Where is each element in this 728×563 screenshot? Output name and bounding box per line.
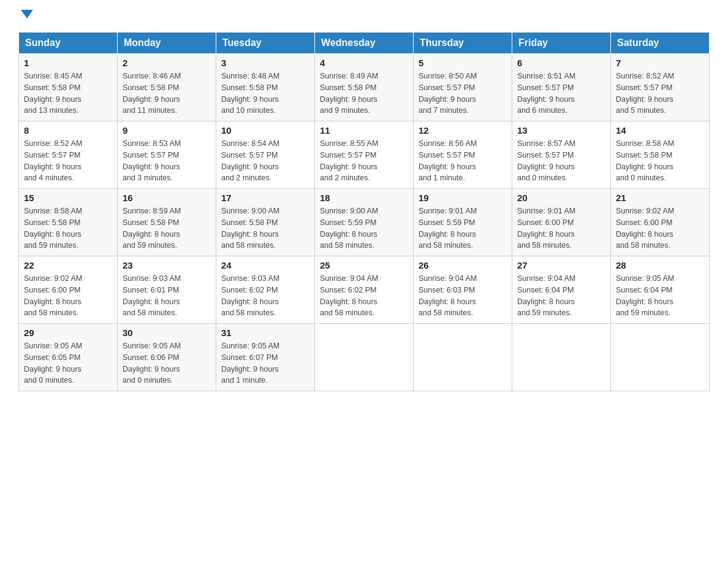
day-info: Sunrise: 8:56 AM Sunset: 5:57 PM Dayligh… [419, 138, 507, 184]
day-number: 2 [123, 58, 211, 68]
day-number: 29 [24, 327, 112, 338]
logo-icon [18, 12, 33, 21]
logo-triangle-icon [21, 10, 33, 18]
day-number: 18 [320, 193, 408, 203]
day-info: Sunrise: 8:59 AM Sunset: 5:58 PM Dayligh… [123, 205, 211, 251]
calendar-day-cell: 30 Sunrise: 9:05 AM Sunset: 6:06 PM Dayl… [118, 324, 216, 391]
day-number: 13 [517, 125, 605, 136]
day-number: 14 [616, 125, 704, 136]
day-info: Sunrise: 9:03 AM Sunset: 6:02 PM Dayligh… [221, 273, 309, 319]
day-number: 24 [221, 260, 309, 270]
calendar-day-cell: 3 Sunrise: 8:48 AM Sunset: 5:58 PM Dayli… [216, 54, 315, 121]
day-number: 11 [320, 125, 408, 136]
calendar-day-cell: 17 Sunrise: 9:00 AM Sunset: 5:58 PM Dayl… [216, 189, 315, 256]
day-info: Sunrise: 9:02 AM Sunset: 6:00 PM Dayligh… [616, 205, 704, 251]
logo [18, 12, 33, 21]
day-number: 20 [517, 193, 605, 203]
day-info: Sunrise: 8:54 AM Sunset: 5:57 PM Dayligh… [221, 138, 309, 184]
calendar-week-row: 29 Sunrise: 9:05 AM Sunset: 6:05 PM Dayl… [19, 324, 710, 391]
day-number: 3 [221, 58, 309, 68]
day-number: 23 [123, 260, 211, 270]
day-number: 16 [123, 193, 211, 203]
calendar-day-cell: 26 Sunrise: 9:04 AM Sunset: 6:03 PM Dayl… [414, 256, 512, 324]
calendar-day-cell: 23 Sunrise: 9:03 AM Sunset: 6:01 PM Dayl… [118, 256, 216, 324]
day-info: Sunrise: 9:03 AM Sunset: 6:01 PM Dayligh… [123, 273, 211, 319]
calendar-day-cell: 28 Sunrise: 9:05 AM Sunset: 6:04 PM Dayl… [611, 256, 710, 324]
day-info: Sunrise: 9:02 AM Sunset: 6:00 PM Dayligh… [24, 273, 112, 319]
calendar-day-cell: 2 Sunrise: 8:46 AM Sunset: 5:58 PM Dayli… [118, 54, 216, 121]
day-number: 25 [320, 260, 408, 270]
day-info: Sunrise: 9:01 AM Sunset: 6:00 PM Dayligh… [517, 205, 605, 251]
day-info: Sunrise: 8:55 AM Sunset: 5:57 PM Dayligh… [320, 138, 408, 184]
day-info: Sunrise: 8:49 AM Sunset: 5:58 PM Dayligh… [320, 71, 408, 117]
page-header [18, 12, 710, 21]
calendar-day-cell: 20 Sunrise: 9:01 AM Sunset: 6:00 PM Dayl… [512, 189, 611, 256]
calendar-day-cell: 6 Sunrise: 8:51 AM Sunset: 5:57 PM Dayli… [512, 54, 611, 121]
day-number: 21 [616, 193, 704, 203]
day-number: 6 [517, 58, 605, 68]
calendar-day-cell: 14 Sunrise: 8:58 AM Sunset: 5:58 PM Dayl… [611, 121, 710, 189]
calendar-day-cell: 29 Sunrise: 9:05 AM Sunset: 6:05 PM Dayl… [19, 324, 118, 391]
day-info: Sunrise: 9:05 AM Sunset: 6:06 PM Dayligh… [123, 340, 211, 386]
day-number: 7 [616, 58, 704, 68]
day-number: 5 [419, 58, 507, 68]
day-info: Sunrise: 8:52 AM Sunset: 5:57 PM Dayligh… [616, 71, 704, 117]
calendar-table: Sunday Monday Tuesday Wednesday Thursday… [18, 32, 710, 391]
day-number: 19 [419, 193, 507, 203]
calendar-day-cell: 7 Sunrise: 8:52 AM Sunset: 5:57 PM Dayli… [611, 54, 710, 121]
calendar-day-cell: 15 Sunrise: 8:58 AM Sunset: 5:58 PM Dayl… [19, 189, 118, 256]
calendar-week-row: 15 Sunrise: 8:58 AM Sunset: 5:58 PM Dayl… [19, 189, 710, 256]
calendar-day-cell: 27 Sunrise: 9:04 AM Sunset: 6:04 PM Dayl… [512, 256, 611, 324]
calendar-day-cell: 1 Sunrise: 8:45 AM Sunset: 5:58 PM Dayli… [19, 54, 118, 121]
calendar-day-cell: 4 Sunrise: 8:49 AM Sunset: 5:58 PM Dayli… [315, 54, 414, 121]
calendar-day-cell: 8 Sunrise: 8:52 AM Sunset: 5:57 PM Dayli… [19, 121, 118, 189]
calendar-day-cell: 11 Sunrise: 8:55 AM Sunset: 5:57 PM Dayl… [315, 121, 414, 189]
day-number: 1 [24, 58, 112, 68]
day-number: 8 [24, 125, 112, 136]
calendar-header-row: Sunday Monday Tuesday Wednesday Thursday… [19, 33, 710, 54]
day-number: 31 [221, 327, 309, 338]
col-monday: Monday [118, 33, 216, 54]
day-number: 26 [419, 260, 507, 270]
calendar-day-cell: 13 Sunrise: 8:57 AM Sunset: 5:57 PM Dayl… [512, 121, 611, 189]
calendar-week-row: 22 Sunrise: 9:02 AM Sunset: 6:00 PM Dayl… [19, 256, 710, 324]
day-info: Sunrise: 8:48 AM Sunset: 5:58 PM Dayligh… [221, 71, 309, 117]
day-info: Sunrise: 8:53 AM Sunset: 5:57 PM Dayligh… [123, 138, 211, 184]
calendar-day-cell [315, 324, 414, 391]
day-info: Sunrise: 9:04 AM Sunset: 6:04 PM Dayligh… [517, 273, 605, 319]
calendar-day-cell: 25 Sunrise: 9:04 AM Sunset: 6:02 PM Dayl… [315, 256, 414, 324]
calendar-day-cell [414, 324, 512, 391]
day-number: 12 [419, 125, 507, 136]
day-info: Sunrise: 9:00 AM Sunset: 5:58 PM Dayligh… [221, 205, 309, 251]
calendar-day-cell: 9 Sunrise: 8:53 AM Sunset: 5:57 PM Dayli… [118, 121, 216, 189]
calendar-day-cell: 10 Sunrise: 8:54 AM Sunset: 5:57 PM Dayl… [216, 121, 315, 189]
day-info: Sunrise: 8:57 AM Sunset: 5:57 PM Dayligh… [517, 138, 605, 184]
col-tuesday: Tuesday [216, 33, 315, 54]
col-wednesday: Wednesday [315, 33, 414, 54]
col-sunday: Sunday [19, 33, 118, 54]
day-info: Sunrise: 8:45 AM Sunset: 5:58 PM Dayligh… [24, 71, 112, 117]
day-info: Sunrise: 9:04 AM Sunset: 6:02 PM Dayligh… [320, 273, 408, 319]
calendar-day-cell: 24 Sunrise: 9:03 AM Sunset: 6:02 PM Dayl… [216, 256, 315, 324]
day-info: Sunrise: 8:58 AM Sunset: 5:58 PM Dayligh… [24, 205, 112, 251]
col-saturday: Saturday [611, 33, 710, 54]
day-number: 9 [123, 125, 211, 136]
day-info: Sunrise: 8:50 AM Sunset: 5:57 PM Dayligh… [419, 71, 507, 117]
day-info: Sunrise: 9:04 AM Sunset: 6:03 PM Dayligh… [419, 273, 507, 319]
day-info: Sunrise: 9:05 AM Sunset: 6:07 PM Dayligh… [221, 340, 309, 386]
day-number: 17 [221, 193, 309, 203]
day-number: 22 [24, 260, 112, 270]
day-number: 15 [24, 193, 112, 203]
col-friday: Friday [512, 33, 611, 54]
col-thursday: Thursday [414, 33, 512, 54]
calendar-week-row: 8 Sunrise: 8:52 AM Sunset: 5:57 PM Dayli… [19, 121, 710, 189]
day-info: Sunrise: 8:52 AM Sunset: 5:57 PM Dayligh… [24, 138, 112, 184]
day-info: Sunrise: 8:58 AM Sunset: 5:58 PM Dayligh… [616, 138, 704, 184]
day-info: Sunrise: 9:05 AM Sunset: 6:05 PM Dayligh… [24, 340, 112, 386]
day-number: 27 [517, 260, 605, 270]
day-info: Sunrise: 9:05 AM Sunset: 6:04 PM Dayligh… [616, 273, 704, 319]
calendar-day-cell: 5 Sunrise: 8:50 AM Sunset: 5:57 PM Dayli… [414, 54, 512, 121]
day-info: Sunrise: 8:51 AM Sunset: 5:57 PM Dayligh… [517, 71, 605, 117]
calendar-day-cell: 16 Sunrise: 8:59 AM Sunset: 5:58 PM Dayl… [118, 189, 216, 256]
day-info: Sunrise: 9:00 AM Sunset: 5:59 PM Dayligh… [320, 205, 408, 251]
